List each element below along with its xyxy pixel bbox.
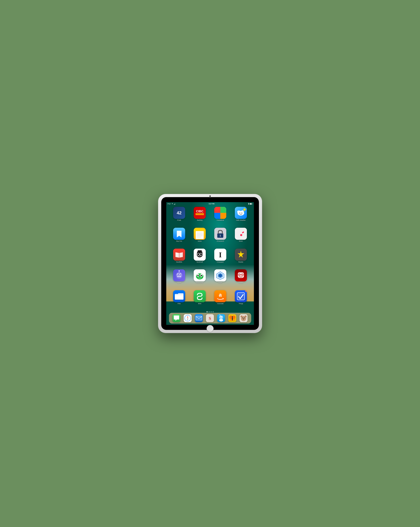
- svg-point-15: [243, 208, 246, 211]
- app-item-reeder[interactable]: Reeder: [231, 249, 251, 268]
- screen-content: iPad 8:27 PM: [166, 202, 254, 325]
- dock-item-safari[interactable]: [184, 314, 192, 322]
- app-label-1password: 1Password: [217, 240, 224, 242]
- app-item-notes[interactable]: Notes: [190, 228, 210, 247]
- app-label-paper: Paper: [218, 282, 222, 284]
- svg-point-51: [180, 274, 181, 275]
- status-bar: iPad 8:27 PM: [166, 202, 254, 206]
- dot-1: [207, 311, 208, 312]
- app-item-associate[interactable]: a Associate: [211, 290, 230, 310]
- app-label-reeder: Reeder: [238, 261, 243, 263]
- svg-rect-22: [196, 231, 204, 239]
- ipad-label: iPad: [168, 203, 171, 205]
- svg-point-115: [245, 316, 246, 317]
- app-item-music[interactable]: Music: [231, 228, 251, 247]
- svg-point-117: [244, 318, 245, 318]
- app-label-nextdraft: NextDraft: [197, 261, 203, 263]
- page-dots: [166, 311, 254, 312]
- app-item-fantastical[interactable]: Fantastical: [211, 207, 230, 226]
- app-item-things[interactable]: 4 Things: [231, 290, 251, 310]
- svg-point-12: [241, 210, 244, 213]
- app-item-instapaper[interactable]: I Instapaper: [211, 249, 230, 268]
- dock-item-tweetbot[interactable]: [217, 314, 225, 322]
- app-item-pcalc[interactable]: 42 PCalc: [170, 207, 189, 226]
- app-item-helloweather[interactable]: Hello Weather: [231, 207, 251, 226]
- dot-2: [209, 311, 210, 312]
- svg-point-50: [177, 274, 178, 275]
- svg-point-101: [220, 315, 220, 315]
- svg-point-102: [219, 319, 223, 321]
- app-item-basecamp[interactable]: Basecamp: [190, 269, 210, 289]
- svg-point-109: [232, 316, 233, 317]
- app-label-basecamp: Basecamp: [196, 282, 203, 284]
- app-item-blink[interactable]: Blink: [190, 290, 210, 310]
- app-item-neubible[interactable]: NeuBible: [170, 249, 189, 268]
- app-item-banking[interactable]: CIBC Banking: [190, 207, 210, 226]
- svg-point-70: [239, 274, 240, 275]
- status-time: 8:27 PM: [209, 203, 214, 205]
- dock-item-scrivener[interactable]: S: [206, 314, 214, 322]
- app-item-gladys[interactable]: Gladys: [231, 269, 251, 289]
- app-label-neubible: NeuBible: [176, 261, 182, 263]
- app-label-banking: Banking: [197, 219, 203, 221]
- svg-text:S: S: [209, 316, 211, 321]
- app-label-helloweather: Hello Weather: [236, 219, 246, 221]
- app-item-paper[interactable]: Paper: [211, 269, 230, 289]
- dock-item-bear[interactable]: [240, 314, 248, 322]
- app-item-nextdraft[interactable]: NextDraft: [190, 249, 210, 268]
- svg-rect-89: [196, 316, 202, 320]
- svg-point-108: [232, 317, 233, 321]
- svg-point-59: [201, 275, 202, 276]
- dock: S: [169, 313, 251, 324]
- svg-rect-30: [235, 228, 247, 240]
- home-button[interactable]: [207, 325, 214, 332]
- svg-point-99: [222, 317, 222, 318]
- svg-point-14: [242, 212, 242, 213]
- svg-point-114: [241, 316, 242, 317]
- svg-rect-1: [175, 204, 175, 205]
- camera: [210, 196, 211, 197]
- dot-4: [213, 311, 214, 312]
- app-item-apollo[interactable]: Apollo: [170, 269, 189, 289]
- svg-point-53: [179, 270, 180, 271]
- svg-point-98: [220, 317, 221, 318]
- svg-point-118: [243, 318, 244, 319]
- svg-rect-36: [198, 250, 202, 252]
- status-left: iPad: [168, 203, 176, 205]
- app-item-files[interactable]: Files: [170, 290, 189, 310]
- dock-item-mail[interactable]: [195, 314, 203, 322]
- svg-rect-8: [196, 214, 204, 215]
- svg-point-116: [242, 318, 243, 318]
- app-label-dayone: Day One: [176, 240, 182, 242]
- app-label-blink: Blink: [198, 303, 201, 305]
- app-label-things: Things: [239, 303, 243, 305]
- svg-text:CIBC: CIBC: [196, 210, 203, 213]
- bluetooth-icon: [248, 203, 249, 205]
- svg-rect-2: [175, 203, 175, 205]
- app-label-instapaper: Instapaper: [217, 261, 224, 263]
- ipad-device: iPad 8:27 PM: [158, 194, 262, 333]
- svg-text:1: 1: [220, 234, 221, 237]
- app-label-music: Music: [239, 240, 243, 242]
- svg-rect-0: [174, 204, 174, 205]
- svg-point-47: [177, 272, 182, 278]
- signal-icon: [174, 203, 176, 205]
- dock-item-messages[interactable]: [172, 314, 180, 322]
- app-label-notes: Notes: [198, 240, 202, 242]
- screen-bezel: iPad 8:27 PM: [161, 197, 259, 330]
- app-item-1password[interactable]: 1 1Password: [211, 228, 230, 247]
- dock-item-tes[interactable]: [228, 314, 236, 322]
- app-grid: 42 PCalc CIBC Banking: [170, 207, 251, 310]
- app-label-pcalc: PCalc: [177, 219, 181, 221]
- wifi-icon: [171, 203, 173, 205]
- svg-text:I: I: [219, 251, 222, 259]
- app-label-fantastical: Fantastical: [217, 219, 224, 221]
- svg-rect-5: [252, 204, 252, 204]
- svg-rect-4: [250, 203, 252, 204]
- dot-3: [210, 311, 211, 312]
- status-right: [248, 203, 253, 205]
- app-item-dayone[interactable]: Day One: [170, 228, 189, 247]
- svg-point-55: [196, 273, 203, 279]
- app-label-gladys: Gladys: [239, 282, 243, 284]
- app-label-files: Files: [177, 303, 181, 305]
